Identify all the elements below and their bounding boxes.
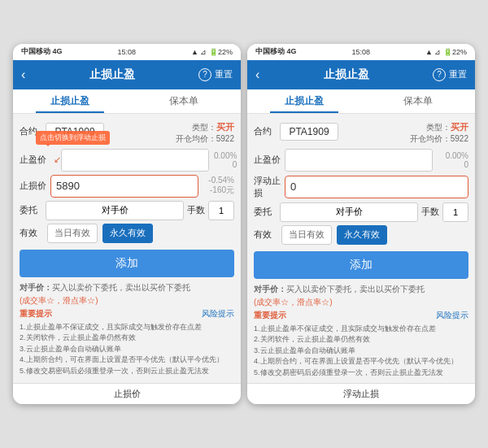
nav-title: 止损止盈 xyxy=(324,67,369,82)
field-row-1: 浮动止损 xyxy=(254,175,468,199)
nav-right: ? 重置 xyxy=(198,68,233,81)
delegate-label: 委托 xyxy=(254,206,277,218)
back-button[interactable]: ‹ xyxy=(255,67,259,82)
type-info: 类型：买开 开仓均价：5922 xyxy=(410,119,468,145)
tips-list: 1.止损止盈单不保证成交，且实际成交与触发价存在点差2.关闭软件，云止损止盈单仍… xyxy=(20,322,234,377)
val-text: 0 xyxy=(438,160,468,169)
pct-text: -0.54% xyxy=(203,176,234,185)
tip-item-4: 5.修改交易密码后必须重登录一次，否则云止损止盈无法发 xyxy=(20,366,234,377)
validity-label: 有效 xyxy=(254,228,277,241)
counter-price-sub: (成交率☆，滑点率☆) xyxy=(20,295,234,307)
validity-row: 有效当日有效永久有效 xyxy=(254,225,468,245)
tip-item-0: 1.止损止盈单不保证成交，且实际成交与触发价存在点差 xyxy=(254,324,468,335)
contract-label: 合约 xyxy=(254,125,280,137)
delegate-label: 委托 xyxy=(20,204,42,216)
time: 15:08 xyxy=(118,48,137,56)
delegate-type[interactable]: 对手价 xyxy=(280,202,418,222)
tab-protect[interactable]: 保本单 xyxy=(127,89,241,113)
quantity-label: 手数 xyxy=(187,204,205,216)
buy-label: 买开 xyxy=(216,122,234,132)
val-text: 0 xyxy=(214,160,237,169)
quantity-label: 手数 xyxy=(421,206,439,218)
help-icon[interactable]: ? xyxy=(433,68,446,81)
delegate-type[interactable]: 对手价 xyxy=(46,201,184,220)
counter-price-sub: (成交率☆，滑点率☆) xyxy=(254,297,468,308)
tip-item-0: 1.止损止盈单不保证成交，且实际成交与触发价存在点差 xyxy=(20,322,234,333)
validity-option-1[interactable]: 永久有效 xyxy=(102,224,153,243)
phones-container: 中国移动 4G 15:08 ▲ ⊿ 🔋22% ‹ 止损止盈 ? 重置 止损止盈保… xyxy=(8,39,480,410)
field-input-0[interactable] xyxy=(61,149,209,172)
tip-item-2: 3.云止损止盈单会自动确认账单 xyxy=(254,346,468,357)
tab-stop[interactable]: 止损止盈 xyxy=(247,89,361,113)
open-price: 开仓均价：5922 xyxy=(410,133,468,145)
reset-button[interactable]: 重置 xyxy=(449,68,467,80)
contract-value: PTA1909 xyxy=(280,123,338,141)
tabs: 止损止盈保本单 xyxy=(247,89,475,114)
tips-title: 重要提示 xyxy=(20,308,52,320)
content: 合约 PTA1909 类型：买开 开仓均价：5922 点击切换到浮动止损 止盈价… xyxy=(13,114,241,384)
type-label: 类型： xyxy=(192,123,216,132)
field-pct-0: 0.00% 0 xyxy=(214,151,237,169)
time: 15:08 xyxy=(352,48,371,56)
tab-protect[interactable]: 保本单 xyxy=(361,89,475,113)
quantity-value[interactable]: 1 xyxy=(208,201,234,220)
field-pct-0: 0.00% 0 xyxy=(438,151,468,169)
tips-header: 重要提示 风险提示 xyxy=(20,308,234,320)
tip-item-3: 4.上期所合约，可在界面上设置是否平今优先（默认平今优先） xyxy=(20,354,234,366)
nav-title: 止损止盈 xyxy=(89,67,135,82)
risk-hint[interactable]: 风险提示 xyxy=(436,310,468,321)
delegate-row: 委托 对手价 手数 1 xyxy=(20,201,234,220)
contract-row: 合约 PTA1909 类型：买开 开仓均价：5922 xyxy=(254,119,468,145)
help-icon[interactable]: ? xyxy=(198,68,211,81)
tip-item-1: 2.关闭软件，云止损止盈单仍然有效 xyxy=(20,333,234,344)
tabs: 止损止盈保本单 xyxy=(13,89,241,114)
buy-label: 买开 xyxy=(451,122,468,132)
counter-price-info: 对手价：买入以卖价下委托，卖出以买价下委托 xyxy=(254,284,468,295)
pct-text: 0.00% xyxy=(214,151,237,160)
phone-left: 中国移动 4G 15:08 ▲ ⊿ 🔋22% ‹ 止损止盈 ? 重置 止损止盈保… xyxy=(13,44,241,405)
field-row-0: 点击切换到浮动止损 止盈价 ↙ 0.00% 0 xyxy=(20,149,234,172)
nav-bar: ‹ 止损止盈 ? 重置 xyxy=(247,60,475,89)
val-text: -160元 xyxy=(203,185,234,196)
validity-row: 有效当日有效永久有效 xyxy=(20,224,234,243)
field-label-1: 止损价 xyxy=(20,180,50,192)
tips-list: 1.止损止盈单不保证成交，且实际成交与触发价存在点差2.关闭软件，云止损止盈单仍… xyxy=(254,324,468,379)
nav-bar: ‹ 止损止盈 ? 重置 xyxy=(13,60,241,89)
reset-button[interactable]: 重置 xyxy=(215,68,233,80)
risk-hint[interactable]: 风险提示 xyxy=(202,308,234,320)
validity-option-0[interactable]: 当日有效 xyxy=(281,225,332,245)
add-button[interactable]: 添加 xyxy=(20,250,234,277)
field-row-1: 止损价 -0.54% -160元 xyxy=(20,175,234,198)
validity-label: 有效 xyxy=(20,227,42,239)
status-bar: 中国移动 4G 15:08 ▲ ⊿ 🔋22% xyxy=(247,44,475,60)
field-input-0[interactable] xyxy=(285,149,433,172)
type-value: 类型：买开 xyxy=(176,119,234,133)
pct-text: 0.00% xyxy=(438,151,468,160)
tip-item-3: 4.上期所合约，可在界面上设置是否平今优先（默认平今优先） xyxy=(254,356,468,368)
field-input-1[interactable] xyxy=(285,176,468,198)
quantity-value[interactable]: 1 xyxy=(442,202,468,222)
phone-right: 中国移动 4G 15:08 ▲ ⊿ 🔋22% ‹ 止损止盈 ? 重置 止损止盈保… xyxy=(247,44,475,405)
add-button[interactable]: 添加 xyxy=(254,251,468,279)
counter-price-info: 对手价：买入以卖价下委托，卖出以买价下委托 xyxy=(20,282,234,294)
tips-title: 重要提示 xyxy=(254,310,286,321)
bottom-label: 浮动止损 xyxy=(247,383,475,404)
bottom-label: 止损价 xyxy=(13,383,241,404)
status-bar: 中国移动 4G 15:08 ▲ ⊿ 🔋22% xyxy=(13,44,241,60)
validity-option-0[interactable]: 当日有效 xyxy=(47,224,98,243)
field-label-1: 浮动止损 xyxy=(254,175,285,199)
back-button[interactable]: ‹ xyxy=(21,67,25,82)
open-price: 开仓均价：5922 xyxy=(176,133,234,145)
field-row-0: 止盈价 0.00% 0 xyxy=(254,149,468,172)
carrier: 中国移动 4G xyxy=(255,46,297,57)
validity-option-1[interactable]: 永久有效 xyxy=(337,225,387,245)
field-pct-1: -0.54% -160元 xyxy=(203,176,234,196)
tip-item-4: 5.修改交易密码后必须重登录一次，否则云止损止盈无法发 xyxy=(254,368,468,379)
arrow-icon: ↙ xyxy=(54,154,61,165)
field-input-1[interactable] xyxy=(50,175,198,198)
battery: ▲ ⊿ 🔋22% xyxy=(425,48,467,56)
tips-header: 重要提示 风险提示 xyxy=(254,310,468,321)
content: 合约 PTA1909 类型：买开 开仓均价：5922 止盈价 0.00% 0 xyxy=(247,114,475,384)
tab-stop[interactable]: 止损止盈 xyxy=(13,89,127,113)
type-info: 类型：买开 开仓均价：5922 xyxy=(176,119,234,145)
